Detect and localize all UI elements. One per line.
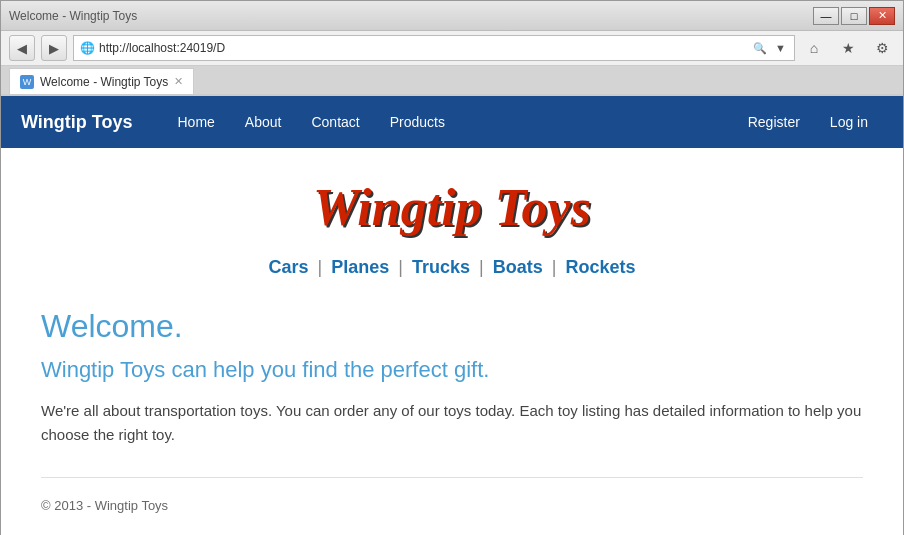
category-planes[interactable]: Planes: [331, 257, 389, 277]
browser-toolbar: ◀ ▶ 🌐 http://localhost:24019/D 🔍 ▼ ⌂ ★ ⚙: [1, 31, 903, 66]
toolbar-right: ⌂ ★ ⚙: [801, 35, 895, 61]
category-rockets[interactable]: Rockets: [565, 257, 635, 277]
tab-close-button[interactable]: ✕: [174, 75, 183, 88]
site-title: Wingtip Toys: [41, 178, 863, 237]
address-text: http://localhost:24019/D: [99, 41, 747, 55]
dropdown-icon[interactable]: ▼: [773, 42, 788, 54]
search-icon[interactable]: 🔍: [751, 42, 769, 55]
forward-button[interactable]: ▶: [41, 35, 67, 61]
footer-divider: [41, 477, 863, 478]
home-icon[interactable]: ⌂: [801, 35, 827, 61]
category-links: Cars | Planes | Trucks | Boats | Rockets: [41, 257, 863, 278]
title-bar-left: Welcome - Wingtip Toys: [9, 9, 137, 23]
sep-4: |: [552, 257, 557, 277]
nav-products[interactable]: Products: [375, 96, 460, 148]
settings-icon[interactable]: ⚙: [869, 35, 895, 61]
address-favicon: 🌐: [80, 41, 95, 55]
sep-3: |: [479, 257, 484, 277]
category-trucks[interactable]: Trucks: [412, 257, 470, 277]
category-boats[interactable]: Boats: [493, 257, 543, 277]
title-bar: Welcome - Wingtip Toys — □ ✕: [1, 1, 903, 31]
tagline: Wingtip Toys can help you find the perfe…: [41, 357, 863, 383]
nav-about[interactable]: About: [230, 96, 297, 148]
maximize-button[interactable]: □: [841, 7, 867, 25]
window-title: Welcome - Wingtip Toys: [9, 9, 137, 23]
nav-home[interactable]: Home: [163, 96, 230, 148]
browser-content: Wingtip Toys Home About Contact Products…: [1, 96, 903, 535]
tab-title: Welcome - Wingtip Toys: [40, 75, 168, 89]
sep-1: |: [318, 257, 323, 277]
navbar: Wingtip Toys Home About Contact Products…: [1, 96, 903, 148]
favorites-icon[interactable]: ★: [835, 35, 861, 61]
category-cars[interactable]: Cars: [268, 257, 308, 277]
sep-2: |: [398, 257, 403, 277]
description: We're all about transportation toys. You…: [41, 399, 863, 447]
active-tab[interactable]: W Welcome - Wingtip Toys ✕: [9, 68, 194, 94]
nav-register[interactable]: Register: [733, 96, 815, 148]
navbar-brand[interactable]: Wingtip Toys: [21, 112, 133, 133]
tab-favicon: W: [20, 75, 34, 89]
navbar-links: Home About Contact Products: [163, 96, 733, 148]
main-content: Wingtip Toys Cars | Planes | Trucks | Bo…: [1, 148, 903, 535]
close-button[interactable]: ✕: [869, 7, 895, 25]
minimize-button[interactable]: —: [813, 7, 839, 25]
nav-login[interactable]: Log in: [815, 96, 883, 148]
browser-window: Welcome - Wingtip Toys — □ ✕ ◀ ▶ 🌐 http:…: [0, 0, 904, 535]
welcome-heading: Welcome.: [41, 308, 863, 345]
navbar-right: Register Log in: [733, 96, 883, 148]
title-bar-buttons: — □ ✕: [813, 7, 895, 25]
address-bar[interactable]: 🌐 http://localhost:24019/D 🔍 ▼: [73, 35, 795, 61]
tab-bar: W Welcome - Wingtip Toys ✕: [1, 66, 903, 96]
back-button[interactable]: ◀: [9, 35, 35, 61]
nav-contact[interactable]: Contact: [296, 96, 374, 148]
footer-text: © 2013 - Wingtip Toys: [41, 488, 863, 523]
